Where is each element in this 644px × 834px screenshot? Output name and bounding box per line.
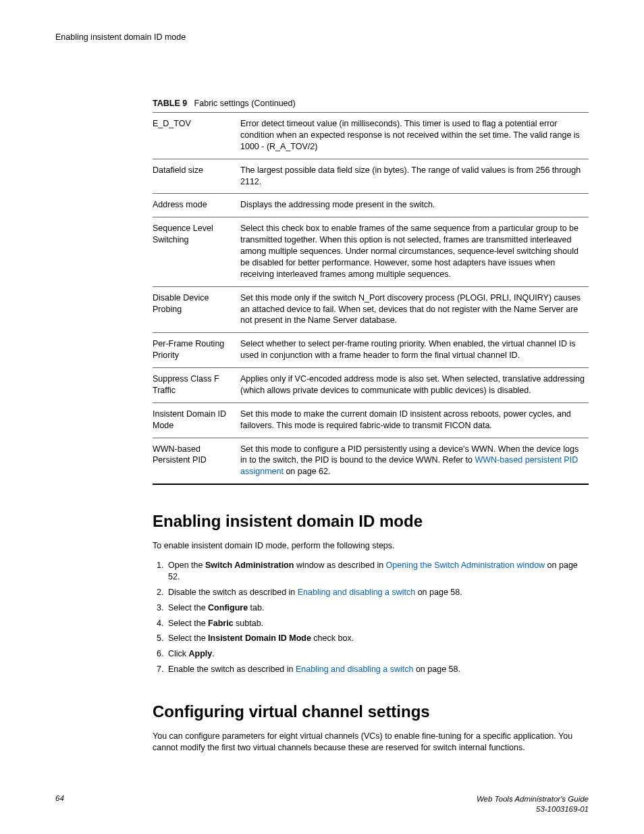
- step-item: Open the Switch Administration window as…: [166, 560, 589, 583]
- setting-desc: Select whether to select per-frame routi…: [240, 333, 589, 368]
- page-number: 64: [55, 794, 64, 802]
- setting-name: Per-Frame Routing Priority: [153, 333, 240, 368]
- step-bold: Insistent Domain ID Mode: [208, 633, 311, 643]
- step-text: tab.: [248, 603, 264, 613]
- section-intro: To enable insistent domain ID mode, perf…: [153, 540, 589, 552]
- step-item: Enable the switch as described in Enabli…: [166, 664, 589, 675]
- section-body: You can configure parameters for eight v…: [153, 731, 589, 754]
- step-bold: Switch Administration: [205, 561, 294, 570]
- step-text: Enable the switch as described in: [168, 664, 296, 674]
- setting-desc: The largest possible data field size (in…: [240, 159, 589, 194]
- table-caption-label: TABLE 9: [153, 99, 187, 108]
- fabric-settings-table: E_D_TOV Error detect timeout value (in m…: [153, 112, 589, 485]
- table-row: Per-Frame Routing Priority Select whethe…: [153, 333, 589, 368]
- step-item: Select the Configure tab.: [166, 602, 589, 614]
- setting-name: Datafield size: [153, 159, 240, 194]
- setting-desc: Set this mode to configure a PID persist…: [240, 438, 589, 484]
- step-item: Select the Insistent Domain ID Mode chec…: [166, 633, 589, 644]
- steps-list: Open the Switch Administration window as…: [153, 560, 589, 675]
- table-row: Datafield size The largest possible data…: [153, 159, 589, 194]
- page-footer: 64 Web Tools Administrator's Guide 53-10…: [55, 794, 589, 814]
- xref-link[interactable]: Enabling and disabling a switch: [296, 664, 413, 674]
- setting-desc: Set this mode only if the switch N_Port …: [240, 286, 589, 333]
- step-text: check box.: [311, 633, 354, 643]
- step-text: Select the: [168, 619, 208, 628]
- doc-number: 53-1003169-01: [477, 804, 589, 814]
- xref-link[interactable]: Enabling and disabling a switch: [298, 588, 415, 597]
- desc-text: on page 62.: [284, 467, 331, 476]
- table-row: E_D_TOV Error detect timeout value (in m…: [153, 113, 589, 159]
- step-bold: Fabric: [208, 619, 234, 628]
- setting-name: Sequence Level Switching: [153, 217, 240, 286]
- step-text: Click: [168, 649, 189, 658]
- step-text: on page 58.: [413, 664, 460, 674]
- setting-name: Insistent Domain ID Mode: [153, 402, 240, 438]
- table-row: Suppress Class F Traffic Applies only if…: [153, 368, 589, 403]
- step-text: on page 58.: [415, 588, 462, 597]
- table-caption-text: Fabric settings (Continued): [194, 99, 296, 108]
- running-header: Enabling insistent domain ID mode: [55, 32, 589, 42]
- step-text: subtab.: [234, 619, 263, 628]
- setting-desc: Displays the addressing mode present in …: [240, 194, 589, 217]
- setting-name: Suppress Class F Traffic: [153, 368, 240, 403]
- step-text: Select the: [168, 633, 208, 643]
- setting-desc: Error detect timeout value (in milliseco…: [240, 113, 589, 159]
- section-heading: Configuring virtual channel settings: [153, 702, 589, 721]
- step-item: Click Apply.: [166, 648, 589, 660]
- setting-name: WWN-based Persistent PID: [153, 438, 240, 484]
- step-bold: Configure: [208, 603, 248, 613]
- step-item: Disable the switch as described in Enabl…: [166, 587, 589, 598]
- table-row: Address mode Displays the addressing mod…: [153, 194, 589, 217]
- table-row: Disable Device Probing Set this mode onl…: [153, 286, 589, 333]
- table-row: Insistent Domain ID Mode Set this mode t…: [153, 402, 589, 438]
- setting-name: E_D_TOV: [153, 113, 240, 159]
- step-item: Select the Fabric subtab.: [166, 618, 589, 629]
- table-row: WWN-based Persistent PID Set this mode t…: [153, 438, 589, 484]
- step-bold: Apply: [189, 649, 213, 658]
- setting-name: Disable Device Probing: [153, 286, 240, 333]
- step-text: window as described in: [294, 561, 385, 570]
- setting-desc: Applies only if VC-encoded address mode …: [240, 368, 589, 403]
- section-heading: Enabling insistent domain ID mode: [153, 512, 589, 531]
- step-text: Disable the switch as described in: [168, 588, 298, 597]
- step-text: .: [212, 649, 214, 658]
- table-row: Sequence Level Switching Select this che…: [153, 217, 589, 286]
- step-text: Select the: [168, 603, 208, 613]
- setting-desc: Set this mode to make the current domain…: [240, 402, 589, 438]
- step-text: Open the: [168, 561, 205, 570]
- setting-name: Address mode: [153, 194, 240, 217]
- setting-desc: Select this check box to enable frames o…: [240, 217, 589, 286]
- table-caption: TABLE 9 Fabric settings (Continued): [153, 99, 589, 108]
- xref-link[interactable]: Opening the Switch Administration window: [386, 561, 545, 570]
- doc-title: Web Tools Administrator's Guide: [477, 794, 589, 804]
